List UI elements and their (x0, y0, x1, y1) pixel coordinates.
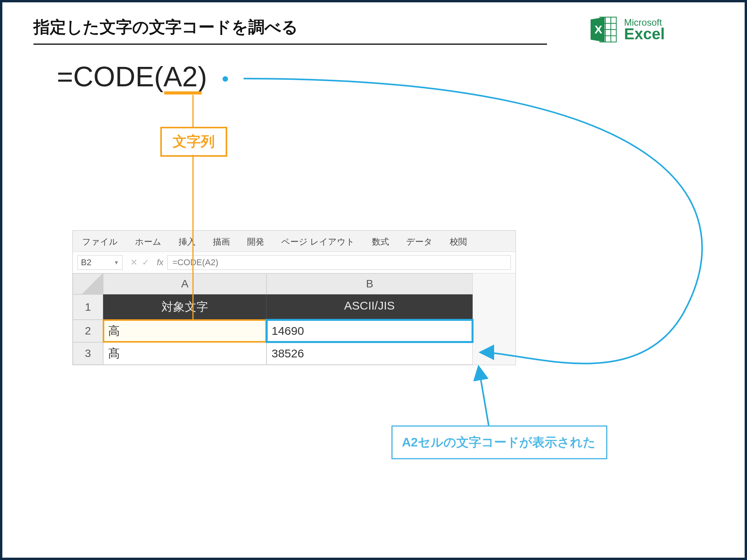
tab-insert[interactable]: 挿入 (179, 236, 196, 248)
formula-bar-row: B2 ▼ ✕ ✓ fx =CODE(A2) (73, 252, 516, 273)
name-box-value: B2 (81, 257, 91, 268)
cell-b2[interactable]: 14690 (267, 320, 473, 342)
cell-b3[interactable]: 38526 (267, 342, 473, 365)
row-header-1[interactable]: 1 (73, 294, 103, 320)
slide-header: 指定した文字の文字コードを調べる X Microsoft Excel (33, 16, 714, 44)
cancel-icon[interactable]: ✕ (130, 257, 137, 268)
callout-string-arg: 文字列 (160, 127, 227, 157)
name-box[interactable]: B2 ▼ (77, 255, 123, 270)
row-header-2[interactable]: 2 (73, 320, 103, 342)
formula-prefix: =CODE( (57, 61, 163, 92)
tab-home[interactable]: ホーム (135, 236, 161, 248)
ribbon-tabs: ファイル ホーム 挿入 描画 開発 ページ レイアウト 数式 データ 校閲 (73, 231, 516, 252)
formula-bar-input[interactable]: =CODE(A2) (167, 255, 511, 270)
title-underline (33, 44, 547, 45)
callout-result: A2セルの文字コードが表示された (391, 425, 607, 459)
formula-suffix: ) (198, 61, 207, 92)
svg-text:X: X (594, 23, 602, 36)
tab-dev[interactable]: 開発 (247, 236, 264, 248)
formula-arg: A2 (163, 61, 198, 92)
col-header-b[interactable]: B (267, 273, 473, 294)
excel-logo-icon: X (589, 15, 619, 44)
connector-callout-to-cell (479, 366, 489, 425)
logo-excel-text: Excel (624, 27, 665, 41)
select-all-corner[interactable] (73, 273, 103, 294)
chevron-down-icon: ▼ (114, 259, 119, 266)
cell-a3[interactable]: 髙 (103, 342, 267, 365)
tab-data[interactable]: データ (406, 236, 433, 248)
fx-icon[interactable]: fx (157, 257, 163, 268)
cell-a1[interactable]: 対象文字 (103, 294, 267, 320)
tab-draw[interactable]: 描画 (213, 236, 230, 248)
excel-window: ファイル ホーム 挿入 描画 開発 ページ レイアウト 数式 データ 校閲 B2… (72, 230, 516, 365)
main-formula: =CODE(A2) (57, 61, 228, 93)
tab-formulas[interactable]: 数式 (372, 236, 389, 248)
row-header-3[interactable]: 3 (73, 342, 103, 365)
formula-endpoint-dot (223, 76, 228, 82)
cell-b1[interactable]: ASCII/JIS (267, 294, 473, 320)
formula-arg-underline (164, 91, 202, 94)
enter-icon[interactable]: ✓ (142, 257, 149, 268)
excel-logo: X Microsoft Excel (589, 14, 714, 45)
tab-file[interactable]: ファイル (82, 236, 118, 248)
col-header-a[interactable]: A (103, 273, 267, 294)
tab-review[interactable]: 校閲 (450, 236, 467, 248)
tab-layout[interactable]: ページ レイアウト (281, 236, 355, 248)
cell-a2[interactable]: 高 (103, 320, 267, 342)
spreadsheet-grid: A B 1 対象文字 ASCII/JIS 2 高 14690 3 髙 38526 (73, 273, 516, 365)
